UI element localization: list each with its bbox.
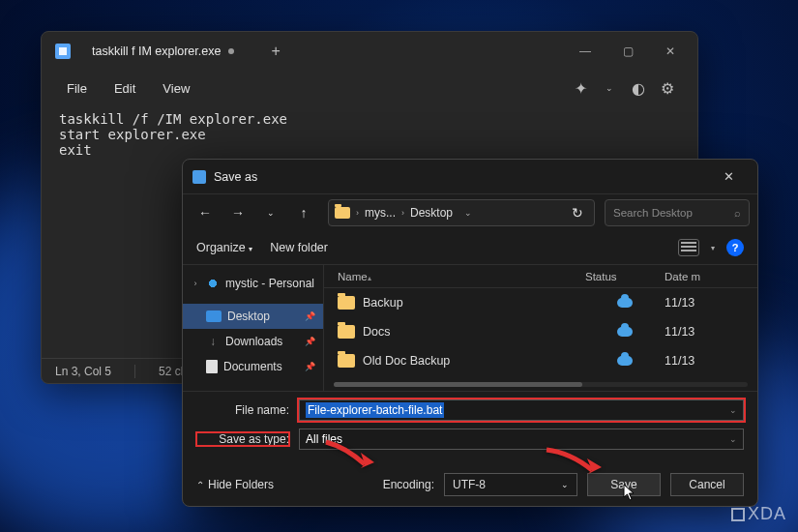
cancel-button[interactable]: Cancel: [670, 473, 744, 496]
sidebar-item-downloads[interactable]: ↓ Downloads 📌: [183, 329, 323, 354]
sort-indicator-icon: ▴: [368, 274, 371, 282]
filename-input[interactable]: File-explorer-batch-file.bat ⌄: [299, 399, 744, 421]
chevron-down-icon[interactable]: ⌄: [729, 434, 737, 444]
watermark-icon: [731, 508, 745, 521]
folder-icon: [338, 296, 355, 310]
cursor-position: Ln 3, Col 5: [55, 365, 111, 378]
encoding-select[interactable]: UTF-8 ⌄: [444, 473, 577, 496]
downloads-icon: ↓: [206, 335, 220, 348]
column-headers[interactable]: Name▴ Status Date m: [324, 265, 757, 288]
breadcrumb[interactable]: › mys... › Desktop ⌄ ↻: [328, 199, 595, 226]
view-dropdown-icon[interactable]: ▾: [711, 244, 715, 252]
dialog-titlebar[interactable]: Save as ✕: [183, 160, 757, 194]
table-row[interactable]: Docs 11/13: [324, 317, 757, 346]
crumb-segment-2[interactable]: Desktop: [410, 206, 453, 220]
save-as-dialog: Save as ✕ ← → ⌄ ↑ › mys... › Desktop ⌄ ↻…: [182, 159, 758, 507]
chevron-down-icon[interactable]: ⌄: [729, 405, 737, 415]
documents-icon: [206, 360, 218, 373]
nav-up-button[interactable]: ↑: [289, 199, 318, 226]
pin-icon: 📌: [305, 337, 315, 346]
mouse-cursor-icon: [623, 484, 636, 501]
onedrive-icon: [206, 277, 220, 290]
table-row[interactable]: Backup 11/13: [324, 288, 757, 317]
pin-icon: 📌: [305, 362, 315, 371]
save-fields: File name: File-explorer-batch-file.bat …: [183, 392, 757, 463]
chevron-down-icon[interactable]: ⌄: [561, 480, 569, 489]
search-placeholder: Search Desktop: [613, 207, 693, 219]
svg-rect-0: [59, 47, 67, 55]
help-button[interactable]: ?: [726, 239, 744, 256]
folder-icon: [338, 354, 355, 368]
col-date[interactable]: Date m: [665, 271, 757, 282]
minimize-button[interactable]: —: [564, 35, 606, 68]
pin-icon: 📌: [305, 311, 315, 321]
nav-forward-button[interactable]: →: [223, 199, 252, 226]
notepad-app-icon: [55, 44, 71, 59]
encoding-label: Encoding:: [383, 478, 434, 491]
desktop-icon: [206, 310, 222, 322]
settings-gear-icon[interactable]: ⚙: [659, 79, 676, 97]
sidebar-item-onedrive[interactable]: › mystic - Personal: [183, 271, 323, 296]
filename-label: File name:: [196, 403, 289, 417]
new-folder-button[interactable]: New folder: [270, 241, 328, 254]
refresh-button[interactable]: ↻: [567, 199, 588, 226]
account-icon[interactable]: ◐: [630, 79, 647, 97]
col-status[interactable]: Status: [585, 271, 665, 282]
notepad-menubar: File Edit View ✦ ⌄ ◐ ⚙: [42, 71, 697, 105]
sidebar-item-documents[interactable]: Documents 📌: [183, 354, 323, 379]
folder-icon: [335, 207, 350, 219]
hide-folders-button[interactable]: ⌃ Hide Folders: [196, 478, 274, 491]
menu-file[interactable]: File: [55, 75, 99, 102]
maximize-button[interactable]: ▢: [606, 35, 649, 68]
watermark: XDA: [731, 504, 786, 524]
menu-view[interactable]: View: [151, 75, 201, 102]
new-tab-button[interactable]: +: [263, 39, 287, 64]
ai-sparkle-icon[interactable]: ✦: [572, 79, 589, 97]
view-mode-button[interactable]: [678, 239, 699, 256]
cloud-status-icon: [617, 327, 633, 337]
chevron-up-icon: ⌃: [196, 480, 204, 490]
folder-icon: [338, 325, 355, 339]
horizontal-scrollbar[interactable]: [334, 382, 748, 387]
dialog-title: Save as: [214, 170, 257, 184]
chevron-down-icon[interactable]: ⌄: [601, 79, 618, 97]
expand-icon[interactable]: ›: [191, 279, 200, 288]
nav-recent-button[interactable]: ⌄: [256, 199, 285, 226]
search-icon: ⌕: [734, 207, 741, 219]
notepad-icon: [192, 170, 206, 184]
saveastype-value: All files: [306, 432, 342, 446]
table-row[interactable]: Old Doc Backup 11/13: [324, 346, 757, 375]
file-rows: Backup 11/13 Docs 11/13 Old Doc Backup 1…: [324, 288, 757, 380]
col-name[interactable]: Name: [338, 271, 368, 282]
saveastype-label: Save as type:: [196, 432, 289, 446]
tab-title: taskkill f IM explorer.exe: [92, 44, 221, 58]
dialog-close-button[interactable]: ✕: [709, 163, 748, 191]
nav-back-button[interactable]: ←: [191, 199, 220, 226]
dialog-footer: ⌃ Hide Folders Encoding: UTF-8 ⌄ Save Ca…: [183, 463, 757, 506]
sidebar: › mystic - Personal Desktop 📌 ↓ Download…: [183, 265, 324, 391]
unsaved-indicator-icon: [228, 48, 234, 54]
filename-value: File-explorer-batch-file.bat: [306, 402, 444, 418]
notepad-titlebar[interactable]: taskkill f IM explorer.exe + — ▢ ✕: [42, 32, 697, 71]
cloud-status-icon: [617, 298, 633, 308]
search-input[interactable]: Search Desktop ⌕: [605, 199, 750, 226]
dialog-toolbar: Organize ▾ New folder ▾ ?: [183, 231, 757, 264]
close-button[interactable]: ✕: [649, 35, 692, 68]
crumb-dropdown-icon[interactable]: ⌄: [464, 208, 472, 218]
sidebar-item-desktop[interactable]: Desktop 📌: [183, 304, 323, 329]
organize-button[interactable]: Organize ▾: [196, 241, 252, 254]
menu-edit[interactable]: Edit: [103, 75, 147, 102]
saveastype-select[interactable]: All files ⌄: [299, 429, 744, 450]
nav-bar: ← → ⌄ ↑ › mys... › Desktop ⌄ ↻ Search De…: [183, 194, 757, 231]
crumb-segment-1[interactable]: mys...: [365, 206, 396, 220]
notepad-tab[interactable]: taskkill f IM explorer.exe: [78, 32, 248, 71]
cloud-status-icon: [617, 356, 633, 366]
file-list-panel: Name▴ Status Date m Backup 11/13 Docs 11…: [324, 265, 757, 391]
